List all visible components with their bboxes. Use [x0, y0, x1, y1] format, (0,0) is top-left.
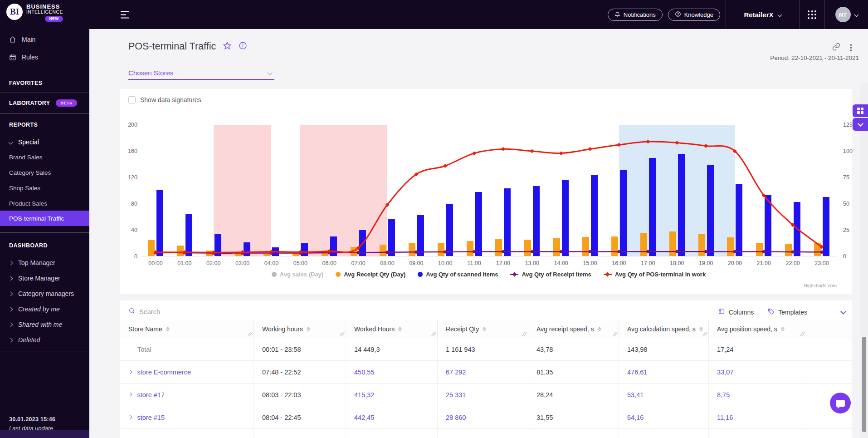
scrollbar-thumb[interactable]: [862, 337, 866, 432]
search-input[interactable]: [139, 308, 228, 315]
columns-icon: [718, 308, 725, 316]
share-link-icon[interactable]: [832, 43, 840, 53]
collapse-panel-button[interactable]: [853, 118, 868, 131]
column-resize-handle[interactable]: [702, 332, 707, 336]
sidebar-item-brand-sales[interactable]: Brand Sales: [9, 152, 43, 162]
sidebar-item-top-manager[interactable]: Top Manager: [0, 255, 89, 271]
column-resize-handle[interactable]: [431, 332, 436, 336]
y-axis-right-tick: 50: [843, 201, 849, 207]
sidebar-header-favorites: FAVORITES: [9, 79, 43, 88]
app-logo[interactable]: BI BUSINESS INTELLIGENCE NEW: [6, 4, 63, 22]
sidebar-item-pos-terminal-traffic[interactable]: POS-terminal Traffic: [0, 211, 89, 226]
sidebar-header-reports: REPORTS: [9, 120, 38, 129]
favorite-star-icon[interactable]: [223, 41, 232, 52]
sort-icon[interactable]: [483, 327, 486, 331]
marker-avg-qty-of-pos-terminal-in-work: [646, 140, 650, 144]
sidebar-item-category-managers[interactable]: Category managers: [0, 286, 89, 301]
legend-item-avg-qty-of-receipt-items[interactable]: Avg Qty of Receipt Items: [510, 271, 591, 278]
y-axis-right-tick: 100: [843, 148, 853, 154]
column-resize-handle[interactable]: [340, 332, 344, 336]
sidebar-item-main[interactable]: Main: [0, 32, 89, 47]
chevron-down-icon: [267, 70, 272, 75]
marker-avg-qty-of-receipt-items: [473, 250, 476, 253]
expand-row-icon[interactable]: [128, 370, 132, 374]
calendar-icon: [9, 54, 16, 61]
legend-item-avg-qty-of-scanned-items[interactable]: Avg Qty of scanned items: [418, 271, 498, 278]
column-header-avg-position-speed[interactable]: Avg position speed, s: [709, 320, 806, 338]
column-resize-handle[interactable]: [800, 332, 805, 336]
sidebar-item-rules[interactable]: Rules: [0, 49, 89, 65]
show-data-signatures-toggle[interactable]: Show data signatures: [128, 96, 201, 103]
marker-avg-qty-of-receipt-items: [502, 250, 505, 253]
expand-row-icon[interactable]: [128, 415, 132, 419]
chat-bubble-icon: [836, 400, 845, 407]
column-header-receipt-qty[interactable]: Receipt Qty: [438, 320, 528, 338]
sidebar-item-shared-with-me[interactable]: Shared with me: [0, 317, 89, 332]
checkbox[interactable]: [128, 96, 136, 103]
collapse-table-chevron-icon[interactable]: [840, 309, 846, 315]
question-icon: [675, 11, 681, 19]
sort-icon[interactable]: [598, 327, 601, 331]
column-header-working-hours[interactable]: Working hours: [254, 320, 346, 338]
y-axis-right-tick: 75: [843, 174, 849, 181]
marker-avg-qty-of-receipt-items: [646, 250, 649, 253]
notifications-button[interactable]: Notifications: [608, 9, 663, 21]
knowledge-button[interactable]: Knowledge: [668, 9, 720, 21]
y-axis-left-tick: 80: [120, 201, 137, 207]
column-resize-handle[interactable]: [248, 332, 252, 336]
columns-button[interactable]: Columns: [718, 308, 754, 316]
chevron-down-icon: [777, 12, 782, 17]
sidebar-item-deleted[interactable]: Deleted: [0, 332, 89, 348]
home-icon: [9, 36, 16, 43]
column-header-store-name[interactable]: Store Name: [120, 320, 254, 338]
info-icon[interactable]: [239, 41, 247, 52]
sidebar-item-created-by-me[interactable]: Created by me: [0, 301, 89, 317]
sidebar-item-shop-sales[interactable]: Shop Sales: [9, 183, 40, 193]
sidebar-item-store-manager[interactable]: Store Manager: [0, 271, 89, 286]
sort-icon[interactable]: [398, 327, 402, 331]
x-axis-tick: 02:00: [206, 260, 220, 266]
page-header: POS-terminal Traffic: [128, 41, 247, 52]
legend-item-avg-qty-of-pos-terminal-in-work[interactable]: Avg Qty of POS-terminal in work: [604, 271, 706, 278]
legend-item-avg-receipt-qty-day-[interactable]: Avg Receipt Qty (Day): [336, 271, 405, 278]
sort-icon[interactable]: [307, 327, 310, 331]
apps-grid-button[interactable]: [799, 0, 824, 29]
more-options-icon[interactable]: [850, 44, 852, 51]
sort-icon[interactable]: [699, 327, 703, 331]
sidebar-item-label: Main: [22, 36, 35, 43]
sort-icon[interactable]: [166, 327, 170, 331]
user-menu[interactable]: NT: [824, 0, 868, 29]
side-panel-button[interactable]: [853, 104, 868, 117]
last-update-timestamp: 30.01.2023 15:46: [9, 416, 55, 423]
column-resize-handle[interactable]: [522, 332, 527, 336]
sidebar-group-special[interactable]: Special: [0, 134, 89, 150]
table-row: store #23 08:03 - 21:57 414,4 26 861 34,…: [120, 429, 852, 438]
x-axis-tick: 04:00: [264, 260, 278, 266]
column-resize-handle[interactable]: [613, 332, 617, 336]
legend-item-avg-sales-day-[interactable]: Avg sales (Day): [272, 271, 323, 278]
line-avg-qty-of-pos-terminal-in-work: [156, 142, 822, 252]
sidebar-toggle-icon[interactable]: [120, 11, 129, 19]
templates-button[interactable]: Templates: [767, 308, 807, 316]
legend-marker-icon: [510, 272, 518, 277]
store-filter-dropdown[interactable]: Chosen Stores: [128, 66, 274, 80]
expand-row-icon[interactable]: [128, 393, 132, 397]
column-header-avg-receipt-speed[interactable]: Avg receipt speed, s: [528, 320, 619, 338]
chat-widget-button[interactable]: [830, 393, 851, 413]
x-axis-tick: 07:00: [351, 260, 365, 266]
chevron-down-icon: [9, 141, 12, 144]
sort-icon[interactable]: [781, 327, 785, 331]
table-row: store #17 08:03 - 22:03 415,32 25 331 28…: [120, 384, 852, 406]
sidebar-item-category-sales[interactable]: Category Sales: [9, 167, 51, 177]
y-axis-right-tick: 125: [843, 122, 853, 128]
marker-avg-qty-of-pos-terminal-in-work: [154, 250, 158, 254]
marker-avg-qty-of-receipt-items: [385, 251, 389, 254]
marker-avg-qty-of-receipt-items: [356, 251, 360, 254]
company-selector[interactable]: RetailerX: [726, 0, 799, 29]
x-axis-tick: 05:00: [293, 260, 307, 266]
sidebar-header-laboratory: LABORATORY BETA: [9, 98, 77, 108]
column-header-avg-calculation-speed[interactable]: Avg calculation speed, s: [619, 320, 709, 338]
column-header-worked-hours[interactable]: Worked Hours: [346, 320, 438, 338]
marker-avg-qty-of-pos-terminal-in-work: [588, 147, 592, 151]
sidebar-item-product-sales[interactable]: Product Sales: [9, 198, 47, 208]
